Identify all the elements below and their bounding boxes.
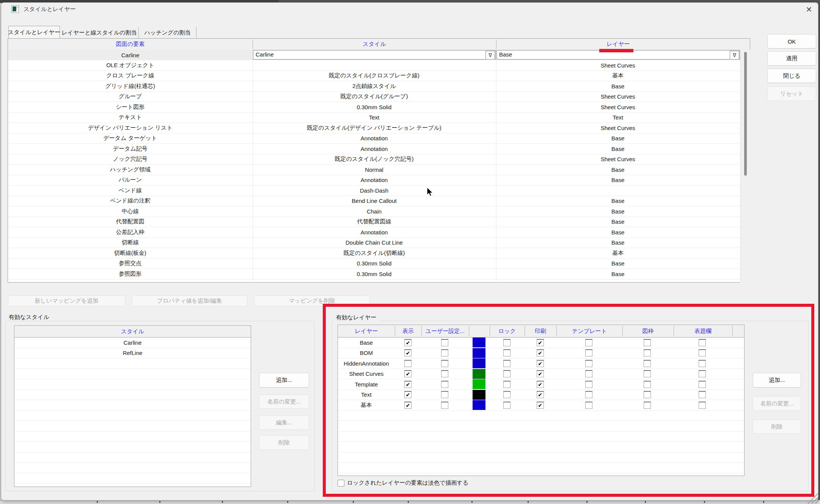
title_block-checkbox[interactable]	[699, 339, 706, 346]
title_block-checkbox[interactable]	[699, 402, 706, 409]
lock-checkbox[interactable]	[503, 339, 511, 346]
title_block-checkbox[interactable]	[699, 360, 706, 367]
layer-row[interactable]: Sheet Curves✔✔	[338, 369, 744, 380]
template-checkbox[interactable]	[585, 402, 592, 409]
tab-3[interactable]: ハッチングの割当	[139, 27, 196, 38]
layer-row[interactable]: 基本✔✔	[338, 400, 744, 411]
print-checkbox[interactable]: ✔	[537, 402, 544, 409]
layer-row[interactable]: BOM✔✔	[338, 348, 744, 359]
visible-checkbox[interactable]: ✔	[404, 339, 412, 346]
layer-color-swatch[interactable]	[473, 400, 485, 410]
print-checkbox[interactable]: ✔	[537, 349, 544, 356]
table-row[interactable]: シート図形0.30mm SolidSheet Curves	[8, 102, 740, 113]
layer-column-header[interactable]	[469, 325, 490, 337]
layer-color-swatch[interactable]	[473, 338, 485, 347]
vertical-scrollbar[interactable]	[740, 50, 750, 283]
template-checkbox[interactable]	[585, 381, 592, 388]
apply-button[interactable]: 適用	[767, 51, 816, 66]
print-checkbox[interactable]: ✔	[537, 339, 544, 346]
lock-checkbox[interactable]	[503, 391, 511, 398]
template-checkbox[interactable]	[585, 370, 592, 377]
table-row[interactable]: 中心線ChainBase	[8, 206, 740, 217]
frame-checkbox[interactable]	[644, 339, 651, 346]
table-row[interactable]: OLE オブジェクトSheet Curves	[8, 60, 740, 71]
styles-list[interactable]: スタイル CarlineRefLine	[14, 325, 251, 487]
table-row[interactable]: テキストTextText	[8, 113, 740, 123]
table-row[interactable]: ベンド線Dash-Dash	[8, 185, 740, 196]
layer-column-header[interactable]: テンプレート	[556, 325, 622, 337]
column-header-layer[interactable]: レイヤー	[496, 39, 740, 50]
layer-column-header[interactable]	[732, 325, 745, 337]
selected-element-cell[interactable]: Carline	[8, 50, 253, 60]
print-checkbox[interactable]: ✔	[537, 360, 544, 367]
layer-row[interactable]: HiddenAnnotation✔	[338, 358, 744, 369]
resize-grip[interactable]	[806, 491, 819, 504]
lock-checkbox[interactable]	[503, 402, 511, 409]
template-checkbox[interactable]	[585, 391, 592, 398]
table-row[interactable]: 代替配置図代替配置図線Base	[8, 217, 740, 228]
layer-dropdown-icon[interactable]: ∇	[730, 51, 739, 60]
style-add-button[interactable]: 追加...	[259, 373, 309, 388]
user-checkbox[interactable]	[441, 339, 448, 346]
user-checkbox[interactable]	[441, 370, 448, 377]
title_block-checkbox[interactable]	[699, 381, 706, 388]
table-row[interactable]: 公差記入枠AnnotationBase	[8, 227, 740, 238]
table-row[interactable]: ハッチング領域NormalBase	[8, 165, 740, 175]
table-row[interactable]: 切断線(板金)既定のスタイル(切断線)基本	[8, 248, 740, 259]
title_block-checkbox[interactable]	[699, 391, 706, 398]
user-checkbox[interactable]	[441, 402, 448, 409]
title_block-checkbox[interactable]	[699, 349, 706, 356]
table-row[interactable]: ベンド線の注釈Bend Line CalloutBase	[8, 196, 740, 207]
print-checkbox[interactable]: ✔	[537, 381, 544, 388]
list-item[interactable]: Carline	[14, 338, 251, 348]
fade-locked-layers-option[interactable]: ロックされたレイヤーの要素は淡色で描画する	[338, 479, 468, 487]
column-header-style[interactable]: スタイル	[253, 39, 496, 50]
template-checkbox[interactable]	[585, 349, 592, 356]
user-checkbox[interactable]	[441, 360, 448, 367]
visible-checkbox[interactable]: ✔	[404, 370, 412, 377]
frame-checkbox[interactable]	[644, 370, 651, 377]
template-checkbox[interactable]	[585, 339, 592, 346]
visible-checkbox[interactable]: ✔	[404, 402, 412, 409]
table-row[interactable]: グリッド線(柱通芯)2点鎖線スタイルBase	[8, 81, 740, 92]
lock-checkbox[interactable]	[503, 349, 511, 356]
close-button[interactable]: 閉じる	[767, 69, 816, 83]
table-row[interactable]: 参照交点0.30mm SolidBase	[8, 259, 740, 269]
style-dropdown-icon[interactable]: ∇	[485, 51, 495, 60]
print-checkbox[interactable]: ✔	[537, 370, 544, 377]
visible-checkbox[interactable]: ✔	[404, 381, 412, 388]
lock-checkbox[interactable]	[503, 381, 511, 388]
title_block-checkbox[interactable]	[699, 370, 706, 377]
table-row[interactable]: 参照図形0.30mm SolidBase	[8, 269, 740, 279]
frame-checkbox[interactable]	[644, 381, 651, 388]
visible-checkbox[interactable]: ✔	[404, 391, 412, 398]
table-row[interactable]: データム ターゲットAnnotationBase	[8, 133, 740, 144]
layer-row[interactable]: Text✔✔	[338, 390, 744, 400]
table-row[interactable]: 切断線Double Chain Cut LineBase	[8, 238, 740, 248]
layer-column-header[interactable]: ロック	[490, 325, 525, 337]
user-checkbox[interactable]	[441, 391, 448, 398]
user-checkbox[interactable]	[441, 349, 448, 356]
layer-color-swatch[interactable]	[473, 369, 485, 379]
layer-column-header[interactable]: ユーザー設定...	[421, 325, 469, 337]
table-row[interactable]: バルーンAnnotationBase	[8, 175, 740, 186]
layer-column-header[interactable]: 表示	[395, 325, 421, 337]
tab-2[interactable]: レイヤーと線スタイルの割当	[60, 27, 139, 38]
ok-button[interactable]: OK	[767, 34, 816, 49]
layer-color-swatch[interactable]	[473, 390, 485, 400]
frame-checkbox[interactable]	[644, 402, 651, 409]
template-checkbox[interactable]	[585, 360, 592, 367]
layer-column-header[interactable]: 表題欄	[674, 325, 732, 337]
fade-locked-layers-checkbox[interactable]	[338, 480, 344, 487]
layer-column-header[interactable]: レイヤー	[338, 325, 395, 337]
layer-row[interactable]: Template✔✔	[338, 379, 744, 390]
layer-add-button[interactable]: 追加...	[753, 373, 801, 388]
table-row[interactable]: グループ既定のスタイル(グループ)Sheet Curves	[8, 92, 740, 102]
table-row[interactable]: デザイン バリエーション リスト既定のスタイル(デザイン バリエーション テーブ…	[8, 123, 740, 133]
close-icon[interactable]: ✕	[801, 3, 817, 16]
frame-checkbox[interactable]	[644, 360, 651, 367]
layer-column-header[interactable]: 図枠	[622, 325, 674, 337]
scrollbar-thumb[interactable]	[744, 52, 747, 176]
lock-checkbox[interactable]	[503, 360, 511, 367]
visible-checkbox[interactable]	[404, 360, 412, 367]
